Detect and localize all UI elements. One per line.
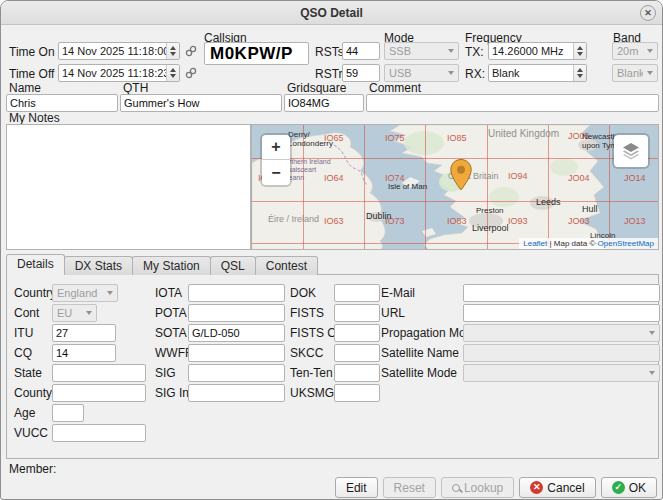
- sota-label: SOTA: [155, 327, 187, 340]
- comment-input[interactable]: [366, 94, 659, 112]
- link-icon: [185, 45, 197, 57]
- sig-input[interactable]: [188, 364, 285, 382]
- time-on-input[interactable]: 14 Nov 2025 11:18:00: [58, 42, 180, 60]
- marker-icon: [450, 159, 472, 191]
- ok-button-label: OK: [629, 481, 646, 495]
- layers-icon: [621, 141, 641, 161]
- rx-frequency-value: Blank: [489, 65, 573, 81]
- grid-label: IO85: [447, 133, 467, 143]
- callsign-input[interactable]: M0KPW/P: [204, 42, 309, 65]
- wwff-label: WWFF: [155, 347, 192, 360]
- pota-label: POTA: [155, 307, 187, 320]
- time-off-spinner[interactable]: [166, 65, 179, 81]
- pota-input[interactable]: [188, 304, 285, 322]
- fists-input[interactable]: [334, 304, 380, 322]
- url-input[interactable]: [463, 304, 660, 322]
- country-select: England: [52, 284, 118, 302]
- name-input[interactable]: [6, 94, 118, 112]
- time-off-label: Time Off: [9, 68, 54, 81]
- rsts-input[interactable]: [342, 42, 380, 60]
- tab-details[interactable]: Details: [6, 254, 65, 275]
- lookup-button-label: Lookup: [464, 481, 503, 495]
- title-bar[interactable]: QSO Detail ✕: [1, 1, 662, 25]
- grid-line: [548, 125, 549, 249]
- place-label: Leeds: [536, 197, 561, 207]
- dok-input[interactable]: [334, 284, 380, 302]
- cont-label: Cont: [14, 307, 39, 320]
- place-label: United Kingdom: [488, 128, 559, 140]
- time-off-input[interactable]: 14 Nov 2025 11:18:23: [58, 64, 180, 82]
- zoom-in-button[interactable]: +: [262, 135, 290, 160]
- grid-line: [252, 201, 658, 202]
- cq-input[interactable]: [52, 344, 116, 362]
- fists-label: FISTS: [290, 307, 324, 320]
- ok-icon: ✓: [612, 481, 625, 494]
- map[interactable]: IO55 IO65 IO75 IO85 JO05 IO54 IO64 IO74 …: [251, 124, 659, 250]
- wwff-input[interactable]: [188, 344, 285, 362]
- ten-ten-label: Ten-Ten: [290, 367, 333, 380]
- itu-label: ITU: [14, 327, 33, 340]
- time-off-value: 14 Nov 2025 11:18:23: [59, 65, 166, 81]
- rstr-input[interactable]: [342, 64, 380, 82]
- iota-label: IOTA: [155, 287, 182, 300]
- osm-link[interactable]: OpenStreetMap: [598, 239, 654, 248]
- edit-button[interactable]: Edit: [335, 477, 378, 498]
- tx-frequency-input[interactable]: 14.26000 MHz: [488, 42, 587, 60]
- rx-frequency-spinner[interactable]: [573, 65, 586, 81]
- time-on-label: Time On: [9, 46, 55, 59]
- tx-frequency-spinner[interactable]: [573, 43, 586, 59]
- cancel-icon: ✕: [530, 481, 543, 494]
- gridsquare-input[interactable]: [284, 94, 364, 112]
- vucc-input[interactable]: [52, 424, 146, 442]
- cancel-button[interactable]: ✕Cancel: [519, 477, 595, 498]
- ok-button[interactable]: ✓OK: [601, 477, 657, 498]
- state-input[interactable]: [52, 364, 146, 382]
- mode-value: SSB: [389, 45, 444, 57]
- rsts-label: RSTs: [315, 46, 344, 59]
- rx-label: RX:: [465, 68, 485, 81]
- propagation-mode-select: [463, 324, 660, 342]
- layers-button[interactable]: [614, 135, 648, 167]
- age-label: Age: [14, 407, 35, 420]
- submode-select: USB: [384, 64, 459, 82]
- zoom-out-button[interactable]: −: [262, 160, 290, 185]
- skcc-label: SKCC: [290, 347, 323, 360]
- time-off-link-button[interactable]: [183, 65, 199, 81]
- satellite-mode-label: Satellite Mode: [381, 367, 457, 380]
- time-on-link-button[interactable]: [183, 43, 199, 59]
- rx-frequency-input[interactable]: Blank: [488, 64, 587, 82]
- tab-qsl[interactable]: QSL: [210, 256, 256, 275]
- tab-contest[interactable]: Contest: [255, 256, 318, 275]
- time-on-spinner[interactable]: [166, 43, 179, 59]
- state-label: State: [14, 367, 42, 380]
- cont-select: EU: [52, 304, 97, 322]
- cont-value: EU: [57, 307, 82, 319]
- sota-input[interactable]: [188, 324, 285, 342]
- details-panel: Country England Cont EU ITU CQ State Cou…: [6, 274, 659, 459]
- uksmg-input[interactable]: [334, 384, 380, 402]
- skcc-input[interactable]: [334, 344, 380, 362]
- country-label: Country: [14, 287, 56, 300]
- itu-input[interactable]: [52, 324, 116, 342]
- tx-frequency-value: 14.26000 MHz: [489, 43, 573, 59]
- email-input[interactable]: [463, 284, 660, 302]
- ten-ten-input[interactable]: [334, 364, 380, 382]
- magnifier-icon: [452, 484, 460, 492]
- leaflet-link[interactable]: Leaflet: [523, 239, 547, 248]
- band-rx-value: Blank: [617, 67, 643, 79]
- my-notes-input[interactable]: [6, 124, 251, 250]
- fists-cc-input[interactable]: [334, 324, 380, 342]
- age-input[interactable]: [52, 404, 84, 422]
- map-marker[interactable]: [450, 159, 472, 191]
- iota-input[interactable]: [188, 284, 285, 302]
- tab-dx-stats[interactable]: DX Stats: [64, 256, 133, 275]
- county-input[interactable]: [52, 384, 146, 402]
- place-label: Dublin: [366, 211, 392, 221]
- qth-input[interactable]: [120, 94, 282, 112]
- sig-label: SIG: [155, 367, 176, 380]
- tab-my-station[interactable]: My Station: [132, 256, 211, 275]
- sig-info-input[interactable]: [188, 384, 285, 402]
- cq-label: CQ: [14, 347, 32, 360]
- grid-label: IO63: [324, 216, 344, 226]
- close-icon[interactable]: ✕: [640, 5, 656, 21]
